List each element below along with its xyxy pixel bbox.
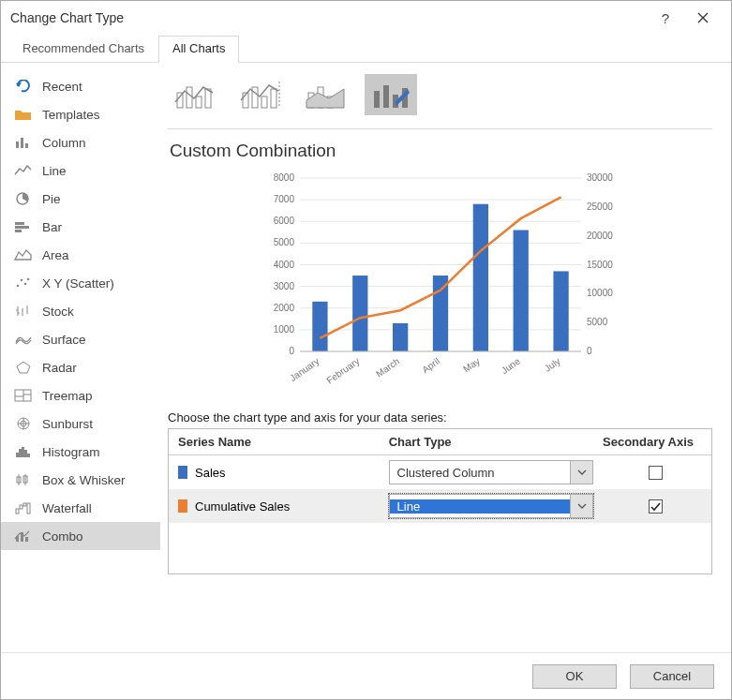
svg-text:8000: 8000 (273, 172, 294, 183)
chart-category-label: Histogram (42, 445, 100, 459)
chart-category-label: Stock (42, 305, 74, 319)
svg-rect-5 (15, 226, 29, 229)
help-button[interactable]: ? (647, 1, 684, 35)
area-icon (14, 247, 33, 262)
svg-rect-88 (472, 204, 487, 351)
svg-text:6000: 6000 (273, 216, 294, 226)
chart-category-x-y-scatter-[interactable]: X Y (Scatter) (1, 269, 160, 297)
chart-category-box-whisker[interactable]: Box & Whisker (1, 466, 160, 494)
combo-subtype-custom[interactable] (365, 74, 417, 115)
svg-rect-35 (16, 509, 19, 514)
chart-category-treemap[interactable]: Treemap (1, 381, 160, 410)
chart-category-templates[interactable]: Templates (1, 100, 160, 128)
boxwhisker-icon (14, 472, 33, 487)
svg-text:July: July (542, 356, 561, 374)
svg-rect-30 (27, 454, 30, 457)
chart-category-column[interactable]: Column (1, 128, 160, 156)
combo-subtype-3[interactable] (299, 74, 351, 115)
waterfall-icon (14, 500, 33, 515)
chart-category-pie[interactable]: Pie (1, 185, 160, 213)
treemap-icon (14, 388, 33, 403)
svg-rect-55 (374, 91, 380, 108)
chart-category-surface[interactable]: Surface (1, 325, 160, 353)
chart-category-label: Waterfall (42, 501, 92, 515)
chart-category-area[interactable]: Area (1, 241, 160, 269)
chart-category-label: Radar (42, 361, 77, 375)
svg-text:March: March (374, 356, 401, 380)
svg-text:20000: 20000 (587, 231, 613, 241)
combo-subtype-2[interactable] (233, 74, 286, 115)
svg-rect-38 (27, 503, 30, 514)
line-icon (14, 163, 33, 178)
secondary-axis-checkbox[interactable] (649, 466, 663, 480)
surface-icon (14, 332, 33, 347)
svg-point-10 (24, 283, 27, 286)
chart-category-radar[interactable]: Radar (1, 353, 160, 381)
sunburst-icon (14, 416, 33, 431)
series-row: SalesClustered Column (169, 455, 711, 489)
chart-category-label: Combo (42, 529, 83, 544)
chart-category-label: Recent (42, 80, 82, 94)
series-header-type: Chart Type (380, 429, 599, 454)
series-swatch (178, 466, 187, 479)
chart-category-label: Treemap (42, 389, 93, 403)
svg-rect-43 (187, 87, 192, 108)
tab-all-charts[interactable]: All Charts (158, 36, 239, 63)
chart-category-sunburst[interactable]: Sunburst (1, 410, 160, 438)
series-header-axis: Secondary Axis (599, 429, 711, 454)
svg-point-8 (17, 285, 20, 288)
svg-point-11 (27, 278, 30, 281)
svg-text:30000: 30000 (587, 172, 613, 183)
svg-text:June: June (499, 355, 521, 376)
chart-category-label: Surface (42, 333, 86, 347)
close-button[interactable] (684, 1, 722, 35)
svg-rect-56 (383, 85, 389, 108)
svg-rect-49 (271, 89, 276, 108)
dialog-footer: OK Cancel (1, 652, 731, 699)
svg-marker-54 (306, 89, 344, 108)
radar-icon (14, 360, 33, 375)
chart-category-combo[interactable]: Combo (1, 522, 160, 550)
cancel-button[interactable]: Cancel (630, 664, 714, 689)
series-chart-type-select[interactable]: Clustered Column (389, 460, 593, 484)
svg-text:January: January (288, 356, 321, 383)
series-name: Sales (195, 466, 226, 480)
dialog-title: Change Chart Type (10, 10, 124, 25)
chart-category-label: Line (42, 164, 67, 178)
combo-subtype-1[interactable] (168, 74, 220, 115)
chart-category-stock[interactable]: Stock (1, 297, 160, 325)
svg-rect-89 (513, 231, 528, 352)
series-chart-type-value: Clustered Column (390, 466, 570, 480)
svg-rect-90 (553, 271, 568, 351)
chart-category-label: Sunburst (42, 417, 93, 431)
chart-category-waterfall[interactable]: Waterfall (1, 494, 160, 522)
chart-category-line[interactable]: Line (1, 156, 160, 185)
tab-recommended-charts[interactable]: Recommended Charts (8, 36, 158, 63)
chart-category-histogram[interactable]: Histogram (1, 438, 160, 466)
series-chart-type-select[interactable]: Line (389, 494, 593, 518)
svg-text:4000: 4000 (273, 260, 294, 270)
svg-rect-84 (312, 302, 327, 351)
secondary-axis-checkbox[interactable] (649, 499, 663, 514)
svg-marker-7 (15, 250, 31, 260)
svg-rect-29 (24, 450, 27, 457)
svg-text:5000: 5000 (587, 317, 608, 327)
series-swatch (178, 499, 187, 513)
column-icon (14, 135, 33, 150)
svg-text:3000: 3000 (273, 281, 294, 291)
chart-category-recent[interactable]: Recent (1, 72, 160, 100)
chart-category-bar[interactable]: Bar (1, 213, 160, 241)
ok-button[interactable]: OK (532, 664, 617, 689)
svg-rect-2 (25, 143, 28, 148)
chart-category-label: Pie (42, 192, 61, 206)
chart-category-label: X Y (Scatter) (42, 276, 114, 290)
titlebar: Change Chart Type ? (1, 1, 731, 35)
svg-text:0: 0 (289, 346, 294, 356)
series-instruction: Choose the chart type and axis for your … (168, 410, 712, 424)
pie-icon (14, 191, 33, 206)
chart-category-label: Box & Whisker (42, 473, 126, 487)
svg-point-9 (21, 279, 23, 282)
svg-text:2000: 2000 (273, 303, 294, 313)
svg-text:5000: 5000 (273, 237, 294, 247)
subtype-title: Custom Combination (170, 141, 712, 161)
